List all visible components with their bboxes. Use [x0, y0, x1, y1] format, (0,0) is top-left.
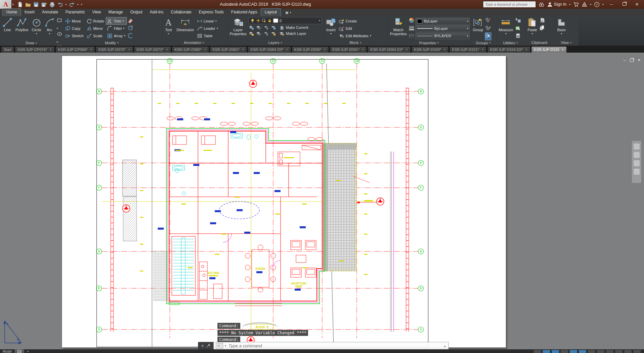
circle-button[interactable]: Circle▾	[31, 17, 43, 36]
command-expand-icon[interactable]: ▲	[443, 344, 446, 348]
file-tab[interactable]: KSR-SJP-D100*✕	[411, 46, 449, 53]
layer-match-icon[interactable]	[256, 31, 261, 36]
file-tab-start[interactable]: Start	[1, 46, 14, 53]
command-customize-wrench-icon[interactable]	[206, 344, 210, 348]
layer-lock-icon[interactable]	[271, 25, 276, 30]
layer-off-icon[interactable]	[249, 31, 254, 36]
mirror-button[interactable]: Mirror	[86, 25, 105, 32]
ribbon-collapse-control[interactable]: ▣▾	[285, 9, 291, 16]
close-tab-icon[interactable]: ✕	[242, 48, 245, 51]
layer-properties-button[interactable]: Layer Properties	[229, 17, 248, 36]
ungroup-button[interactable]	[485, 17, 491, 24]
app-menu-button[interactable]: A	[0, 0, 12, 9]
leader-button[interactable]: Leader▾	[196, 25, 219, 32]
file-tab[interactable]: KSR-SJP-D091*✕	[330, 46, 367, 53]
status-toggle[interactable]	[561, 350, 568, 353]
tab-express-tools[interactable]: Express Tools	[195, 9, 227, 16]
tab-featured-apps[interactable]: Featured Apps	[228, 9, 261, 16]
layer-thaw-all-icon[interactable]	[263, 31, 269, 36]
trim-dropdown-icon[interactable]: ▾	[122, 19, 124, 22]
group-selection-toggle[interactable]	[485, 33, 491, 40]
copy-clip-button[interactable]	[539, 25, 545, 32]
redo-dropdown-icon[interactable]: ▾	[77, 3, 79, 6]
edit-attributes-button[interactable]: Edit Attributes▾	[338, 32, 372, 39]
fillet-button[interactable]: Fillet▾	[106, 25, 126, 32]
erase-button[interactable]	[128, 17, 133, 24]
model-tab[interactable]: Model	[0, 349, 14, 353]
status-toggle[interactable]	[588, 350, 595, 353]
base-button[interactable]: Base▾	[555, 17, 567, 36]
qat-customize-icon[interactable]: ▾	[81, 3, 82, 6]
edit-attributes-dropdown-icon[interactable]: ▾	[370, 34, 371, 37]
quick-calculator-button[interactable]	[515, 33, 521, 40]
file-tab[interactable]: KSR-SJP-D080*✕	[172, 46, 209, 53]
scale-button[interactable]: Scale	[86, 32, 105, 39]
move-button[interactable]: Move	[64, 17, 85, 24]
panel-label-utilities[interactable]: Utilities▾	[496, 40, 525, 46]
layout-paper-view[interactable]: 23222120 NOPFQRS NOPFQRS	[0, 53, 644, 349]
help-search-box[interactable]	[483, 1, 536, 8]
explode-button[interactable]	[128, 25, 133, 32]
circle-dropdown-icon[interactable]: ▾	[36, 32, 37, 36]
signin-dropdown-icon[interactable]: ▾	[569, 3, 571, 6]
tab-insert[interactable]: Insert	[21, 9, 38, 16]
tab-home[interactable]: Home	[3, 9, 21, 16]
rotate-button[interactable]: Rotate	[86, 17, 105, 24]
search-icon[interactable]	[539, 2, 544, 7]
measure-button[interactable]: Measure▾	[498, 17, 514, 36]
status-toggle[interactable]	[606, 350, 613, 353]
fillet-dropdown-icon[interactable]: ▾	[123, 27, 125, 30]
base-dropdown-icon[interactable]: ▾	[561, 32, 562, 36]
save-as-icon[interactable]	[41, 2, 47, 7]
file-tab[interactable]: KSR-SJP-D101*✕	[449, 46, 487, 53]
drawing-restore-icon[interactable]	[630, 59, 634, 62]
insert-button[interactable]: Insert▾	[325, 17, 337, 36]
nav-zoom-icon[interactable]	[634, 152, 640, 158]
close-tab-icon[interactable]: ✕	[525, 48, 528, 51]
nav-orbit-icon[interactable]	[634, 160, 640, 166]
undo-icon[interactable]	[57, 2, 63, 7]
array-button[interactable]: Array▾	[106, 32, 126, 39]
panel-label-view[interactable]: View▾	[554, 40, 578, 46]
recent-commands-dropdown-icon[interactable]: ▾	[225, 344, 226, 347]
array-dropdown-icon[interactable]: ▾	[124, 34, 126, 37]
status-toggle[interactable]	[534, 350, 541, 353]
file-tab[interactable]: KSR-SJP-D104 D2*✕	[487, 46, 530, 53]
new-layout-button[interactable]: +	[24, 349, 32, 353]
table-button[interactable]: Table	[196, 32, 219, 39]
insert-dropdown-icon[interactable]: ▾	[330, 32, 332, 36]
arc-dropdown-icon[interactable]: ▾	[49, 32, 50, 36]
file-tab[interactable]: KSR-SJP-CP074*✕	[15, 46, 55, 53]
panel-label-annotation[interactable]: Annotation▾	[161, 40, 227, 46]
close-tab-icon[interactable]: ✕	[324, 48, 327, 51]
command-window[interactable]: ✕ >_ ▾ ▲	[198, 342, 449, 350]
panel-label-draw[interactable]: Draw▾	[0, 40, 62, 46]
panel-label-block[interactable]: Block▾	[324, 40, 387, 46]
object-color-dropdown[interactable]: ByLayer▾	[415, 18, 470, 24]
trim-button[interactable]: Trim▾	[106, 17, 126, 24]
match-properties-button[interactable]: Match Properties	[389, 17, 408, 36]
file-tab[interactable]: KSR-SJP-CP084*✕	[55, 46, 95, 53]
file-tab[interactable]: KSR-SJP-D084 D3*✕	[248, 46, 291, 53]
close-tab-icon[interactable]: ✕	[90, 48, 93, 51]
drawing-close-icon[interactable]: ✕	[638, 58, 641, 62]
minimize-button[interactable]: ─	[606, 2, 616, 7]
close-tab-icon[interactable]: ✕	[49, 48, 52, 51]
file-tab[interactable]: KSR-SJP-D081*✕	[210, 46, 247, 53]
offset-button[interactable]	[128, 33, 133, 40]
panel-label-clipboard[interactable]: Clipboard	[525, 40, 554, 46]
status-toggle[interactable]	[552, 350, 559, 353]
save-icon[interactable]	[33, 2, 39, 7]
panel-label-groups[interactable]: Groups▾	[470, 40, 496, 46]
make-current-button[interactable]: Make Current	[278, 25, 309, 30]
layer-dropdown[interactable]: 0 ▾	[249, 17, 322, 24]
nav-steering-icon[interactable]	[634, 169, 640, 175]
close-tab-icon[interactable]: ✕	[128, 48, 131, 51]
arc-button[interactable]: Arc▾	[44, 17, 56, 36]
panel-label-properties[interactable]: Properties▾	[388, 40, 470, 46]
text-button[interactable]: Text▾	[162, 17, 175, 36]
layer-restore-icon[interactable]	[256, 25, 261, 30]
file-tab[interactable]: KSR-SJP-D090*✕	[292, 46, 329, 53]
dimension-button[interactable]: Dimension	[176, 17, 195, 32]
command-grip[interactable]: ✕	[198, 342, 213, 350]
